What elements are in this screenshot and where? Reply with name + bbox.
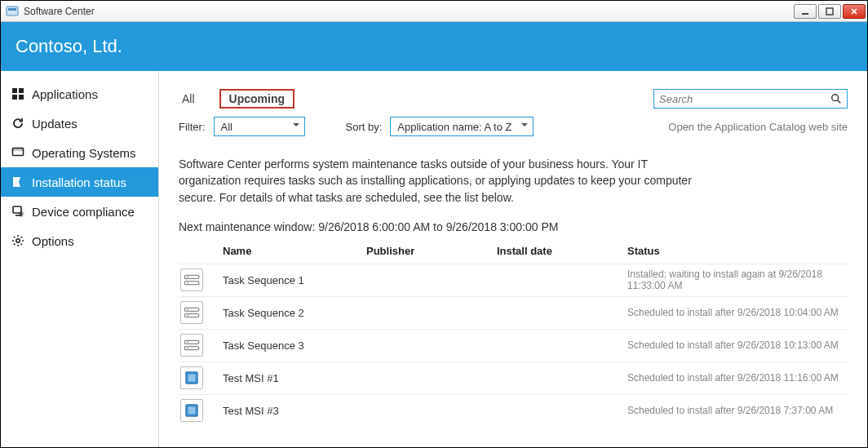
column-status: Status <box>627 245 848 257</box>
content-pane: All Upcoming Filter: All Sort by: Applic… <box>159 71 867 447</box>
svg-rect-2 <box>802 13 808 15</box>
app-icon <box>6 5 19 18</box>
item-name: Test MSI #3 <box>223 405 366 417</box>
close-button[interactable] <box>843 4 866 19</box>
svg-point-17 <box>187 282 188 284</box>
table-row[interactable]: Task Sequence 2Scheduled to install afte… <box>179 296 848 329</box>
sort-value: Application name: A to Z <box>397 121 512 133</box>
svg-point-16 <box>187 277 188 278</box>
item-type-icon <box>180 366 203 389</box>
item-status: Scheduled to install after 9/26/2018 10:… <box>627 339 848 351</box>
svg-point-21 <box>187 315 188 317</box>
sort-label: Sort by: <box>346 121 383 133</box>
filter-value: All <box>221 121 232 133</box>
sidebar-item-label: Device compliance <box>32 205 135 219</box>
minimize-button[interactable] <box>794 4 817 19</box>
maintenance-window-text: Next maintenance window: 9/26/2018 6:00:… <box>179 220 848 233</box>
table-row[interactable]: Task Sequence 3Scheduled to install afte… <box>179 329 848 362</box>
sidebar-item-operating-systems[interactable]: Operating Systems <box>1 138 158 167</box>
sidebar-item-applications[interactable]: Applications <box>1 79 158 109</box>
svg-rect-29 <box>188 407 196 415</box>
sort-dropdown[interactable]: Application name: A to Z <box>390 117 534 136</box>
tab-upcoming[interactable]: Upcoming <box>219 89 294 109</box>
tab-group: All Upcoming <box>179 89 294 109</box>
svg-point-20 <box>187 309 188 311</box>
company-name: Contoso, Ltd. <box>16 36 122 57</box>
svg-rect-4 <box>12 88 17 93</box>
svg-rect-6 <box>12 95 17 100</box>
open-application-catalog-link[interactable]: Open the Application Catalog web site <box>668 121 848 133</box>
svg-rect-0 <box>7 7 18 16</box>
svg-rect-19 <box>184 314 199 317</box>
sidebar-item-device-compliance[interactable]: Device compliance <box>1 197 158 226</box>
sidebar-item-label: Installation status <box>32 175 126 189</box>
item-name: Task Sequence 3 <box>223 339 366 352</box>
filter-dropdown[interactable]: All <box>214 117 305 136</box>
svg-point-25 <box>187 348 188 349</box>
description-text: Software Center performs system maintena… <box>179 156 701 206</box>
sidebar-item-updates[interactable]: Updates <box>1 109 158 138</box>
sidebar-item-options[interactable]: Options <box>1 226 158 255</box>
table-row[interactable]: Test MSI #3Scheduled to install after 9/… <box>179 394 848 427</box>
svg-rect-1 <box>8 8 16 11</box>
updates-icon <box>11 116 25 131</box>
sidebar: Applications Updates Operating Systems I… <box>1 71 159 447</box>
table-row[interactable]: Task Sequence 1Installed; waiting to ins… <box>179 264 848 296</box>
svg-point-24 <box>187 342 188 344</box>
sidebar-item-label: Operating Systems <box>32 146 136 160</box>
svg-rect-27 <box>188 375 196 382</box>
svg-rect-3 <box>826 8 833 15</box>
column-install-date: Install date <box>497 245 627 257</box>
window-controls <box>794 4 866 19</box>
filter-label: Filter: <box>179 121 206 133</box>
item-type-icon <box>180 301 203 324</box>
item-status: Scheduled to install after 9/26/2018 7:3… <box>627 405 848 416</box>
svg-rect-18 <box>184 308 199 312</box>
options-icon <box>11 233 25 248</box>
svg-rect-22 <box>184 341 199 344</box>
item-name: Test MSI #1 <box>223 372 366 384</box>
item-status: Scheduled to install after 9/26/2018 10:… <box>627 307 848 318</box>
svg-point-13 <box>832 95 839 101</box>
maximize-button[interactable] <box>818 4 841 19</box>
svg-rect-7 <box>19 95 24 100</box>
tab-all[interactable]: All <box>179 90 198 108</box>
installation-status-icon <box>11 175 25 189</box>
window-title: Software Center <box>24 6 794 17</box>
item-type-icon <box>180 334 203 357</box>
operating-systems-icon <box>11 145 25 160</box>
item-name: Task Sequence 2 <box>223 307 366 319</box>
column-name: Name <box>223 245 366 257</box>
svg-rect-23 <box>184 347 199 350</box>
sidebar-item-installation-status[interactable]: Installation status <box>1 167 158 197</box>
applications-icon <box>11 86 25 101</box>
sidebar-item-label: Options <box>32 234 74 248</box>
item-status: Installed; waiting to install again at 9… <box>627 268 848 291</box>
table-header: Name Publisher Install date Status <box>179 233 848 264</box>
svg-point-12 <box>16 239 20 242</box>
svg-rect-9 <box>13 149 24 151</box>
item-status: Scheduled to install after 9/26/2018 11:… <box>627 372 848 384</box>
svg-rect-14 <box>184 276 199 279</box>
item-type-icon <box>180 268 203 291</box>
svg-rect-5 <box>19 88 24 93</box>
item-type-icon <box>180 399 203 422</box>
device-compliance-icon <box>11 204 25 219</box>
table-body: Task Sequence 1Installed; waiting to ins… <box>179 264 848 427</box>
search-icon[interactable] <box>830 93 842 104</box>
search-box[interactable] <box>653 89 848 109</box>
sidebar-item-label: Applications <box>32 87 98 101</box>
brand-header: Contoso, Ltd. <box>1 22 867 71</box>
column-publisher: Publisher <box>366 245 497 257</box>
search-input[interactable] <box>659 93 830 105</box>
table-row[interactable]: Test MSI #1Scheduled to install after 9/… <box>179 362 848 394</box>
svg-rect-15 <box>184 282 199 285</box>
sidebar-item-label: Updates <box>32 117 78 131</box>
window-titlebar: Software Center <box>1 1 867 22</box>
item-name: Task Sequence 1 <box>223 274 366 286</box>
